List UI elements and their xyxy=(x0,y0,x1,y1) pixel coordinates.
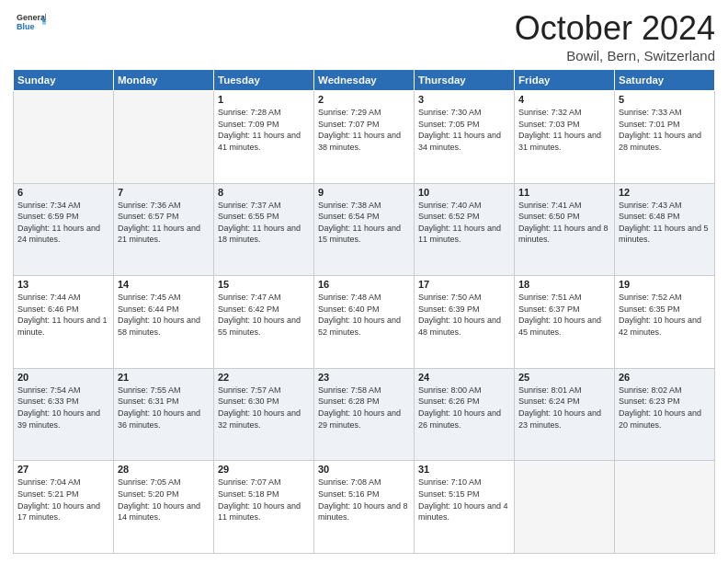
day-info: Sunrise: 7:47 AM Sunset: 6:42 PM Dayligh… xyxy=(218,292,310,338)
day-info: Sunrise: 7:44 AM Sunset: 6:46 PM Dayligh… xyxy=(17,292,109,338)
title-block: October 2024 Bowil, Bern, Switzerland xyxy=(515,9,715,63)
day-number: 11 xyxy=(518,187,610,198)
day-info: Sunrise: 8:01 AM Sunset: 6:24 PM Dayligh… xyxy=(518,385,610,431)
col-sunday: Sunday xyxy=(14,70,114,91)
calendar-day-cell: 20Sunrise: 7:54 AM Sunset: 6:33 PM Dayli… xyxy=(14,368,114,461)
logo-icon: General Blue xyxy=(17,9,46,39)
day-number: 29 xyxy=(218,464,310,475)
calendar-day-cell: 16Sunrise: 7:48 AM Sunset: 6:40 PM Dayli… xyxy=(314,276,415,369)
calendar-week-row: 1Sunrise: 7:28 AM Sunset: 7:09 PM Daylig… xyxy=(14,91,715,184)
calendar-day-cell: 6Sunrise: 7:34 AM Sunset: 6:59 PM Daylig… xyxy=(14,183,114,276)
day-number: 25 xyxy=(518,372,610,383)
day-info: Sunrise: 7:07 AM Sunset: 5:18 PM Dayligh… xyxy=(218,477,310,523)
day-number: 22 xyxy=(218,372,310,383)
calendar-day-cell xyxy=(515,461,615,554)
calendar-day-cell: 27Sunrise: 7:04 AM Sunset: 5:21 PM Dayli… xyxy=(14,461,114,554)
day-info: Sunrise: 7:34 AM Sunset: 6:59 PM Dayligh… xyxy=(17,200,109,246)
day-number: 4 xyxy=(518,94,610,105)
day-info: Sunrise: 7:08 AM Sunset: 5:16 PM Dayligh… xyxy=(318,477,410,523)
day-number: 18 xyxy=(518,279,610,290)
col-friday: Friday xyxy=(515,70,615,91)
calendar-day-cell: 3Sunrise: 7:30 AM Sunset: 7:05 PM Daylig… xyxy=(415,91,515,184)
day-number: 1 xyxy=(218,94,310,105)
day-info: Sunrise: 8:00 AM Sunset: 6:26 PM Dayligh… xyxy=(418,385,510,431)
col-tuesday: Tuesday xyxy=(214,70,314,91)
day-info: Sunrise: 7:40 AM Sunset: 6:52 PM Dayligh… xyxy=(418,200,510,246)
day-number: 14 xyxy=(118,279,210,290)
day-info: Sunrise: 7:48 AM Sunset: 6:40 PM Dayligh… xyxy=(318,292,410,338)
calendar-day-cell: 4Sunrise: 7:32 AM Sunset: 7:03 PM Daylig… xyxy=(515,91,615,184)
calendar-day-cell: 2Sunrise: 7:29 AM Sunset: 7:07 PM Daylig… xyxy=(314,91,415,184)
calendar-day-cell: 11Sunrise: 7:41 AM Sunset: 6:50 PM Dayli… xyxy=(515,183,615,276)
calendar-day-cell xyxy=(14,91,114,184)
page: General Blue October 2024 Bowil, Bern, S… xyxy=(0,0,728,563)
calendar-day-cell: 12Sunrise: 7:43 AM Sunset: 6:48 PM Dayli… xyxy=(615,183,715,276)
header: General Blue October 2024 Bowil, Bern, S… xyxy=(13,9,715,63)
day-number: 31 xyxy=(418,464,510,475)
location-subtitle: Bowil, Bern, Switzerland xyxy=(515,48,715,63)
day-info: Sunrise: 7:04 AM Sunset: 5:21 PM Dayligh… xyxy=(17,477,109,523)
day-info: Sunrise: 7:55 AM Sunset: 6:31 PM Dayligh… xyxy=(118,385,210,431)
calendar-week-row: 27Sunrise: 7:04 AM Sunset: 5:21 PM Dayli… xyxy=(14,461,715,554)
month-title: October 2024 xyxy=(515,9,715,48)
calendar-day-cell: 31Sunrise: 7:10 AM Sunset: 5:15 PM Dayli… xyxy=(415,461,515,554)
day-info: Sunrise: 7:30 AM Sunset: 7:05 PM Dayligh… xyxy=(418,107,510,153)
calendar-day-cell: 25Sunrise: 8:01 AM Sunset: 6:24 PM Dayli… xyxy=(515,368,615,461)
day-info: Sunrise: 8:02 AM Sunset: 6:23 PM Dayligh… xyxy=(619,385,711,431)
day-info: Sunrise: 7:54 AM Sunset: 6:33 PM Dayligh… xyxy=(17,385,109,431)
calendar-day-cell: 7Sunrise: 7:36 AM Sunset: 6:57 PM Daylig… xyxy=(114,183,214,276)
day-number: 30 xyxy=(318,464,410,475)
day-number: 10 xyxy=(418,187,510,198)
calendar-day-cell xyxy=(615,461,715,554)
day-info: Sunrise: 7:37 AM Sunset: 6:55 PM Dayligh… xyxy=(218,200,310,246)
day-number: 13 xyxy=(17,279,109,290)
calendar-day-cell: 5Sunrise: 7:33 AM Sunset: 7:01 PM Daylig… xyxy=(615,91,715,184)
day-number: 27 xyxy=(17,464,109,475)
day-number: 2 xyxy=(318,94,410,105)
day-number: 16 xyxy=(318,279,410,290)
col-wednesday: Wednesday xyxy=(314,70,415,91)
day-info: Sunrise: 7:29 AM Sunset: 7:07 PM Dayligh… xyxy=(318,107,410,153)
day-info: Sunrise: 7:05 AM Sunset: 5:20 PM Dayligh… xyxy=(118,477,210,523)
col-monday: Monday xyxy=(114,70,214,91)
day-info: Sunrise: 7:51 AM Sunset: 6:37 PM Dayligh… xyxy=(518,292,610,338)
calendar-day-cell: 17Sunrise: 7:50 AM Sunset: 6:39 PM Dayli… xyxy=(415,276,515,369)
day-info: Sunrise: 7:43 AM Sunset: 6:48 PM Dayligh… xyxy=(619,200,711,246)
day-info: Sunrise: 7:45 AM Sunset: 6:44 PM Dayligh… xyxy=(118,292,210,338)
calendar-day-cell: 18Sunrise: 7:51 AM Sunset: 6:37 PM Dayli… xyxy=(515,276,615,369)
day-number: 17 xyxy=(418,279,510,290)
day-number: 9 xyxy=(318,187,410,198)
calendar-day-cell: 15Sunrise: 7:47 AM Sunset: 6:42 PM Dayli… xyxy=(214,276,314,369)
svg-text:General: General xyxy=(17,13,46,22)
calendar-day-cell: 14Sunrise: 7:45 AM Sunset: 6:44 PM Dayli… xyxy=(114,276,214,369)
day-info: Sunrise: 7:36 AM Sunset: 6:57 PM Dayligh… xyxy=(118,200,210,246)
day-info: Sunrise: 7:32 AM Sunset: 7:03 PM Dayligh… xyxy=(518,107,610,153)
calendar-day-cell xyxy=(114,91,214,184)
day-info: Sunrise: 7:28 AM Sunset: 7:09 PM Dayligh… xyxy=(218,107,310,153)
calendar-week-row: 13Sunrise: 7:44 AM Sunset: 6:46 PM Dayli… xyxy=(14,276,715,369)
calendar-day-cell: 21Sunrise: 7:55 AM Sunset: 6:31 PM Dayli… xyxy=(114,368,214,461)
day-info: Sunrise: 7:33 AM Sunset: 7:01 PM Dayligh… xyxy=(619,107,711,153)
day-info: Sunrise: 7:57 AM Sunset: 6:30 PM Dayligh… xyxy=(218,385,310,431)
svg-text:Blue: Blue xyxy=(17,22,34,31)
day-number: 6 xyxy=(17,187,109,198)
calendar-table: Sunday Monday Tuesday Wednesday Thursday… xyxy=(13,69,715,554)
header-row: Sunday Monday Tuesday Wednesday Thursday… xyxy=(14,70,715,91)
day-number: 23 xyxy=(318,372,410,383)
col-saturday: Saturday xyxy=(615,70,715,91)
calendar-day-cell: 24Sunrise: 8:00 AM Sunset: 6:26 PM Dayli… xyxy=(415,368,515,461)
calendar-day-cell: 1Sunrise: 7:28 AM Sunset: 7:09 PM Daylig… xyxy=(214,91,314,184)
day-info: Sunrise: 7:50 AM Sunset: 6:39 PM Dayligh… xyxy=(418,292,510,338)
calendar-week-row: 6Sunrise: 7:34 AM Sunset: 6:59 PM Daylig… xyxy=(14,183,715,276)
calendar-day-cell: 8Sunrise: 7:37 AM Sunset: 6:55 PM Daylig… xyxy=(214,183,314,276)
day-number: 21 xyxy=(118,372,210,383)
day-info: Sunrise: 7:52 AM Sunset: 6:35 PM Dayligh… xyxy=(619,292,711,338)
day-number: 20 xyxy=(17,372,109,383)
day-number: 12 xyxy=(619,187,711,198)
calendar-day-cell: 30Sunrise: 7:08 AM Sunset: 5:16 PM Dayli… xyxy=(314,461,415,554)
logo: General Blue xyxy=(13,9,46,42)
day-number: 19 xyxy=(619,279,711,290)
calendar-day-cell: 10Sunrise: 7:40 AM Sunset: 6:52 PM Dayli… xyxy=(415,183,515,276)
day-info: Sunrise: 7:58 AM Sunset: 6:28 PM Dayligh… xyxy=(318,385,410,431)
day-number: 28 xyxy=(118,464,210,475)
